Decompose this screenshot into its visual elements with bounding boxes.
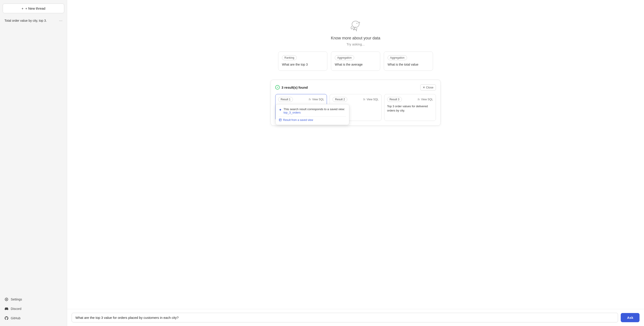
results-panel: ✓ 3 result(s) found ✕ Close Result 1 fx …	[270, 80, 440, 126]
result-card-1[interactable]: Result 1 fx View SQL ✦ This search resul…	[275, 94, 327, 121]
discord-icon	[4, 307, 8, 311]
result-2-view-sql-button[interactable]: fx View SQL	[363, 98, 378, 101]
tooltip-header: ✦ This search result corresponds to a sa…	[279, 108, 346, 114]
new-thread-button[interactable]: + + New thread	[3, 4, 64, 13]
main-content: Know more about your data Try asking... …	[67, 0, 644, 326]
check-icon: ✓	[275, 85, 280, 90]
github-icon	[4, 316, 8, 320]
tooltip-info-icon: ✦	[279, 108, 282, 112]
results-found-label: 3 result(s) found	[282, 86, 308, 89]
result-1-view-sql-button[interactable]: fx View SQL	[309, 98, 324, 101]
suggestion-card-1-text: What is the average	[335, 63, 376, 67]
svg-point-2	[356, 23, 357, 24]
sidebar: + + New thread Total order value by city…	[0, 0, 67, 326]
result-3-view-sql-button[interactable]: fx View SQL	[418, 98, 433, 101]
result-1-tooltip: ✦ This search result corresponds to a sa…	[276, 104, 349, 125]
settings-label: Settings	[11, 297, 22, 301]
suggestion-card-2[interactable]: Aggregation What is the total value	[384, 52, 433, 71]
result-cards-container: Result 1 fx View SQL ✦ This search resul…	[275, 94, 436, 121]
suggestion-card-2-badge: Aggregation	[388, 55, 407, 60]
sidebar-item-github[interactable]: GitHub	[3, 314, 64, 322]
svg-rect-3	[279, 119, 282, 121]
fx-icon-2: fx	[363, 98, 365, 101]
github-label: GitHub	[11, 316, 20, 320]
sidebar-bottom: Settings Discord GitHub	[3, 295, 64, 322]
sidebar-item-settings[interactable]: Settings	[3, 295, 64, 304]
input-area: Ask	[67, 309, 644, 326]
tooltip-text: This search result corresponds to a save…	[284, 108, 346, 114]
svg-point-0	[6, 299, 7, 300]
discord-label: Discord	[11, 307, 21, 310]
x-icon: ✕	[423, 86, 425, 89]
plus-icon: +	[22, 7, 24, 10]
close-button[interactable]: ✕ Close	[420, 84, 436, 91]
result-card-1-header: Result 1 fx View SQL	[278, 97, 324, 102]
tooltip-footer-text: Result from a saved view	[283, 118, 313, 122]
center-area: Know more about your data Try asking... …	[67, 0, 644, 309]
empty-state-title: Know more about your data	[331, 36, 380, 41]
result-card-2-header: Result 2 fx View SQL	[332, 97, 378, 102]
fx-icon: fx	[309, 98, 311, 101]
svg-point-1	[352, 21, 359, 27]
suggestion-card-2-text: What is the total value	[388, 63, 429, 67]
suggestion-card-0-text: What are the top 3	[282, 63, 324, 67]
view-sql-label-1: View SQL	[312, 98, 324, 101]
thread-dots-icon[interactable]: ···	[59, 19, 62, 23]
sidebar-item-discord[interactable]: Discord	[3, 304, 64, 313]
fx-icon-3: fx	[418, 98, 420, 101]
results-found: ✓ 3 result(s) found	[275, 85, 308, 90]
results-header: ✓ 3 result(s) found ✕ Close	[275, 84, 436, 91]
result-3-text: Top 3 order values for delivered orders …	[387, 104, 433, 113]
sidebar-thread-item[interactable]: Total order value by city, top 3. ···	[3, 17, 64, 25]
result-card-3-header: Result 3 fx View SQL	[387, 97, 433, 102]
thread-item-text: Total order value by city, top 3.	[4, 19, 47, 22]
app-logo-icon	[348, 18, 363, 32]
suggestion-card-1[interactable]: Aggregation What is the average	[331, 52, 380, 71]
suggestion-card-1-badge: Aggregation	[335, 55, 354, 60]
empty-state-subtitle: Try asking...	[346, 42, 364, 46]
close-label: Close	[426, 86, 434, 89]
ask-button[interactable]: Ask	[621, 313, 640, 322]
result-2-badge: Result 2	[332, 97, 347, 102]
view-sql-label-2: View SQL	[367, 98, 378, 101]
tooltip-link[interactable]: top_3_orders	[284, 111, 301, 114]
result-card-3[interactable]: Result 3 fx View SQL Top 3 order values …	[384, 94, 436, 121]
tooltip-footer: Result from a saved view	[279, 116, 346, 122]
new-thread-label: + New thread	[25, 7, 46, 10]
suggestion-cards-container: Ranking What are the top 3 Aggregation W…	[278, 52, 433, 71]
result-3-badge: Result 3	[387, 97, 402, 102]
saved-view-icon	[279, 118, 282, 121]
view-sql-label-3: View SQL	[421, 98, 433, 101]
result-1-badge: Result 1	[278, 97, 293, 102]
suggestion-card-0[interactable]: Ranking What are the top 3	[278, 52, 327, 71]
query-input[interactable]	[72, 313, 618, 322]
suggestion-card-0-badge: Ranking	[282, 55, 297, 60]
gear-icon	[4, 297, 8, 301]
